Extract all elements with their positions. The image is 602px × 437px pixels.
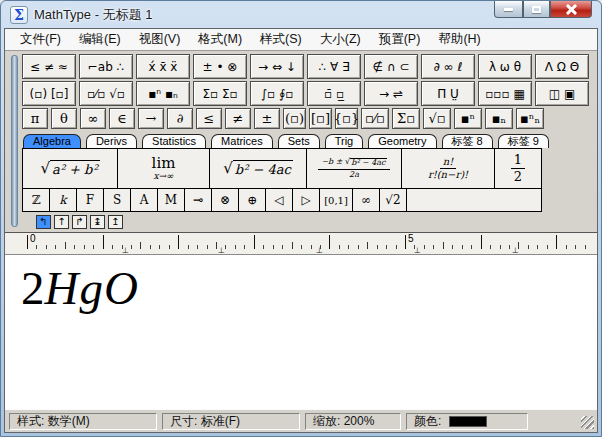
pi-button[interactable]: π [22,108,48,129]
toolbar-drag-handle[interactable] [11,55,18,227]
fraktur-a-button[interactable]: A [131,189,158,211]
right-arrow-button[interactable]: → [138,108,164,129]
subsuperscript-template-button[interactable]: ▪ⁿₙ [516,108,544,129]
sqrt2-button[interactable]: √2 [380,189,407,211]
set-theory-symbols-button[interactable]: ∉ ∩ ⊂ [364,54,418,79]
leq-button[interactable]: ≤ [196,108,222,129]
tab-stop-marker[interactable]: ⊥ [218,247,225,255]
quadratic-formula-button[interactable]: −b ± √b² − 4ac2a [307,149,402,188]
fence-templates-button[interactable]: (▫) [▫] [22,81,76,106]
tab-stop-marker[interactable]: ⊥ [316,247,323,255]
fraction-template-button[interactable]: ▫⁄▫ [361,108,389,129]
infinity-symbol-button[interactable]: ∞ [353,189,380,211]
menu-item-style[interactable]: 样式(S) [251,29,311,50]
bar-templates-button[interactable]: ▫̄ ▫̲ [307,81,361,106]
status-style[interactable]: 样式: 数学(M) [9,413,157,430]
product-templates-button[interactable]: Π̈ Ṳ [421,81,475,106]
partial-button[interactable]: ∂ [167,108,193,129]
tab-trig[interactable]: Trig [325,134,364,148]
status-color[interactable]: 颜色: [406,413,528,430]
k-field-button[interactable]: k [50,189,77,211]
title-bar[interactable]: Σ MathType - 无标题 1 [4,1,598,28]
greek-lowercase-button[interactable]: λ ω θ [478,54,532,79]
status-size[interactable]: 尺寸: 标准(F) [162,413,300,430]
f-field-button[interactable]: F [77,189,104,211]
infinity-button[interactable]: ∞ [80,108,106,129]
menu-item-view[interactable]: 视图(V) [130,29,190,50]
tab-stop-marker[interactable]: ⊥ [122,247,129,255]
ruler[interactable]: 0 5 ⊥ ⊥ ⊥ ⊥ ⊥ [5,233,597,255]
tab-algebra[interactable]: Algebra [23,134,81,148]
tab-geometry[interactable]: Geometry [368,134,436,148]
matrix-templates-button[interactable]: ▫▫▫ ▦ [478,81,532,106]
fraction-radical-templates-button[interactable]: ▫⁄▫ √▫ [79,81,133,106]
integral-templates-button[interactable]: ∫▫ ∮▫ [250,81,304,106]
subscript-template-button[interactable]: ▪ₙ [485,108,513,129]
parens-template-button[interactable]: (▫) [283,108,306,129]
theta-button[interactable]: θ [51,108,77,129]
menu-item-preferences[interactable]: 预置(P) [370,29,430,50]
misc-symbols-button[interactable]: ∂ ∞ ℓ [421,54,475,79]
status-zoom[interactable]: 缩放: 200% [305,413,401,430]
summation-templates-button[interactable]: Σ▫ Σ▫ [193,81,247,106]
integers-set-button[interactable]: ℤ [23,189,50,211]
braces-template-button[interactable]: {▫} [335,108,358,129]
unit-interval-button[interactable]: [0,1] [320,189,353,211]
tab-stop-marker[interactable]: ⊥ [414,247,421,255]
relational-symbols-button[interactable]: ≤ ≠ ≈ [22,54,76,79]
right-triangle-button[interactable]: ▷ [293,189,320,211]
multimap-button[interactable]: ⊸ [185,189,212,211]
sqrt-template-button[interactable]: √▫ [423,108,451,129]
superscript-template-button[interactable]: ▪ⁿ [454,108,482,129]
circled-times-button[interactable]: ⊗ [212,189,239,211]
tab-matrices[interactable]: Matrices [211,134,273,148]
element-of-button[interactable]: ∈ [109,108,135,129]
sum-template-button[interactable]: Σ▫ [392,108,420,129]
tab-label-9[interactable]: 标签 9 [498,134,549,148]
arrow-symbols-button[interactable]: → ⇔ ↓ [250,54,304,79]
spaces-ellipses-button[interactable]: ⌐ab ∴ [79,54,133,79]
greek-uppercase-button[interactable]: Λ Ω Θ [535,54,589,79]
bar-size-button-4[interactable]: ↨ [90,215,105,229]
tab-statistics[interactable]: Statistics [142,134,206,148]
menu-item-format[interactable]: 格式(M) [189,29,251,50]
limit-button[interactable]: limx→∞ [118,149,210,188]
neq-button[interactable]: ≠ [225,108,251,129]
circled-plus-button[interactable]: ⊕ [239,189,266,211]
subscript-superscript-templates-button[interactable]: ▪ⁿ ▪ₙ [136,81,190,106]
left-triangle-button[interactable]: ◁ [266,189,293,211]
logic-symbols-button[interactable]: ∴ ∀ ∃ [307,54,361,79]
plus-minus-button[interactable]: ± [254,108,280,129]
brackets-template-button[interactable]: [▫] [309,108,332,129]
tab-derivs[interactable]: Derivs [86,134,137,148]
close-button[interactable] [550,1,592,18]
sqrt-discriminant-button[interactable]: √b² − 4ac [210,149,307,188]
operator-symbols-button[interactable]: ± • ⊗ [193,54,247,79]
tab-label-8[interactable]: 标签 8 [442,134,493,148]
bar-size-button-1[interactable]: ↰ [36,215,51,229]
combination-formula-button[interactable]: n!r!(n−r)! [402,149,495,188]
labeled-arrow-templates-button[interactable]: → ⇌ [364,81,418,106]
equation-editing-area[interactable]: 2HgO [5,255,597,409]
resize-grip[interactable] [581,416,594,429]
mathtype-window: Σ MathType - 无标题 1 文件(F) 编辑(E) 视图(V) 格式(… [0,0,602,437]
one-half-button[interactable]: 12 [495,149,541,188]
equation[interactable]: 2HgO [21,265,597,312]
minimize-button[interactable] [494,1,523,18]
box-templates-button[interactable]: ◫ ▣ [535,81,589,106]
embellishments-button[interactable]: x́ x̄ ẍ [136,54,190,79]
bar-size-button-3[interactable]: ↱ [72,215,87,229]
sqrt-a2-b2-button[interactable]: √a² + b² [23,149,118,188]
tab-sets[interactable]: Sets [278,134,320,148]
bar-size-button-2[interactable]: ↑ [54,215,69,229]
bar-size-button-5[interactable]: ↥ [108,215,123,229]
menu-item-file[interactable]: 文件(F) [11,29,70,50]
menu-item-size[interactable]: 大小(Z) [311,29,370,50]
tab-stop-marker[interactable]: ⊥ [512,247,519,255]
menu-item-edit[interactable]: 编辑(E) [70,29,130,50]
s-set-button[interactable]: S [104,189,131,211]
close-icon [566,4,577,15]
fraktur-m-button[interactable]: M [158,189,185,211]
menu-item-help[interactable]: 帮助(H) [429,29,489,50]
maximize-button[interactable] [523,1,550,18]
